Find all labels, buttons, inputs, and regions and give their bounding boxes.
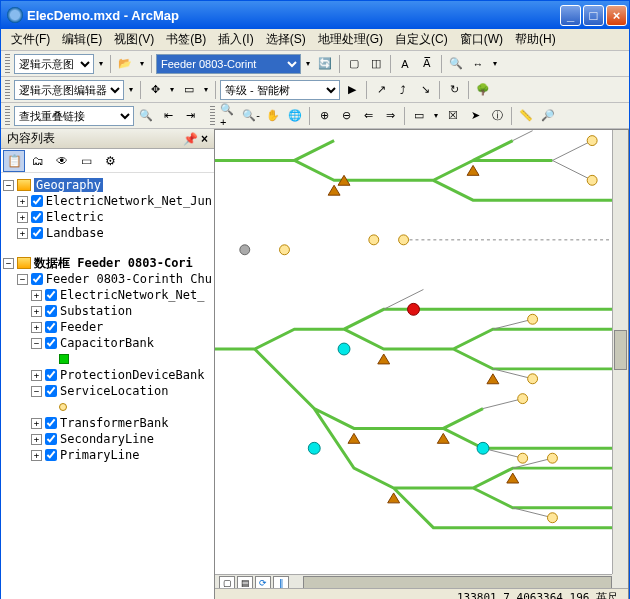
feeder-combo[interactable]: Feeder 0803-Corint: [156, 54, 301, 74]
tree-row[interactable]: +SecondaryLine: [3, 431, 212, 447]
layer-label[interactable]: ProtectionDeviceBank: [60, 368, 205, 382]
tree-row[interactable]: −CapacitorBank: [3, 335, 212, 351]
identify-icon[interactable]: ⓘ: [487, 106, 507, 126]
find-prev-icon[interactable]: ⇤: [158, 106, 178, 126]
layer-label[interactable]: Landbase: [46, 226, 104, 240]
full-extent-icon[interactable]: 🌐: [285, 106, 305, 126]
expand-icon[interactable]: −: [3, 180, 14, 191]
toolbar-grip[interactable]: [5, 80, 10, 100]
layer-checkbox[interactable]: [45, 433, 57, 445]
find-combo[interactable]: 查找重叠链接: [14, 106, 134, 126]
expand-icon[interactable]: +: [17, 212, 28, 223]
layer-label[interactable]: Geography: [34, 178, 103, 192]
zoom-in-icon[interactable]: 🔍+: [219, 106, 239, 126]
layer-label[interactable]: Substation: [60, 304, 132, 318]
dropdown-icon[interactable]: ▾: [126, 80, 136, 100]
move-icon[interactable]: ✥: [145, 80, 165, 100]
close-panel-icon[interactable]: ×: [201, 132, 208, 146]
menu-window[interactable]: 窗口(W): [454, 29, 509, 50]
find-run-icon[interactable]: 🔍: [136, 106, 156, 126]
expand-icon[interactable]: −: [31, 386, 42, 397]
editor-combo[interactable]: 逻辑示意图编辑器: [14, 80, 124, 100]
rotate-icon[interactable]: ↻: [444, 80, 464, 100]
refresh-icon[interactable]: 🔄: [315, 54, 335, 74]
expand-icon[interactable]: +: [31, 418, 42, 429]
dropdown-icon[interactable]: ▾: [490, 54, 500, 74]
options-icon[interactable]: ⚙: [99, 150, 121, 172]
tree-row[interactable]: +PrimaryLine: [3, 447, 212, 463]
expand-icon[interactable]: +: [17, 196, 28, 207]
toolbar-grip[interactable]: [5, 54, 10, 74]
tree-row[interactable]: +TransformerBank: [3, 415, 212, 431]
select-icon[interactable]: ▭: [179, 80, 199, 100]
menu-selection[interactable]: 选择(S): [260, 29, 312, 50]
tree-row[interactable]: +Substation: [3, 303, 212, 319]
tree-row[interactable]: −ServiceLocation: [3, 383, 212, 399]
minimize-button[interactable]: _: [560, 5, 581, 26]
toc-tree[interactable]: −Geography+ElectricNetwork_Net_Jun+Elect…: [1, 173, 214, 599]
level-combo[interactable]: 等级 - 智能树: [220, 80, 340, 100]
find-tool-icon[interactable]: 🔎: [538, 106, 558, 126]
text-small-icon[interactable]: A: [395, 54, 415, 74]
layer-checkbox[interactable]: [45, 289, 57, 301]
menu-view[interactable]: 视图(V): [108, 29, 160, 50]
layer-label[interactable]: ServiceLocation: [60, 384, 168, 398]
layer-checkbox[interactable]: [45, 385, 57, 397]
layer-label[interactable]: ElectricNetwork_Net_: [60, 288, 205, 302]
pan-icon[interactable]: ✋: [263, 106, 283, 126]
layer-checkbox[interactable]: [45, 305, 57, 317]
tree-row[interactable]: [3, 399, 212, 415]
layer-label[interactable]: CapacitorBank: [60, 336, 154, 350]
vertical-scrollbar[interactable]: [612, 130, 628, 574]
measure-icon[interactable]: 📏: [516, 106, 536, 126]
layer-checkbox[interactable]: [45, 337, 57, 349]
layer-label[interactable]: ElectricNetwork_Net_Jun: [46, 194, 212, 208]
map-canvas[interactable]: [215, 130, 612, 574]
layer-checkbox[interactable]: [31, 273, 43, 285]
tree-row[interactable]: +Landbase: [3, 225, 212, 241]
layer-label[interactable]: Feeder 0803-Corinth Chu: [46, 272, 212, 286]
dropdown-icon[interactable]: ▾: [303, 54, 313, 74]
expand-icon[interactable]: +: [31, 322, 42, 333]
layer-checkbox[interactable]: [45, 321, 57, 333]
dropdown-icon[interactable]: ▾: [431, 106, 441, 126]
apply-layout-icon[interactable]: ▶: [342, 80, 362, 100]
schematic-combo[interactable]: 逻辑示意图: [14, 54, 94, 74]
layer-label[interactable]: Electric: [46, 210, 104, 224]
list-by-source-icon[interactable]: 🗂: [27, 150, 49, 172]
list-by-visibility-icon[interactable]: 👁: [51, 150, 73, 172]
toolbar-grip[interactable]: [5, 106, 10, 126]
expand-icon[interactable]: +: [31, 450, 42, 461]
pin-icon[interactable]: 📌: [183, 132, 198, 146]
expand-icon[interactable]: +: [17, 228, 28, 239]
side-by-side-icon[interactable]: ◫: [366, 54, 386, 74]
tool-icon[interactable]: ↗: [371, 80, 391, 100]
tool-icon[interactable]: ⤴: [393, 80, 413, 100]
find-icon[interactable]: 🔍: [446, 54, 466, 74]
layer-checkbox[interactable]: [45, 449, 57, 461]
layer-label[interactable]: PrimaryLine: [60, 448, 139, 462]
tree-row[interactable]: +ElectricNetwork_Net_Jun: [3, 193, 212, 209]
fixed-zoom-in-icon[interactable]: ⊕: [314, 106, 334, 126]
list-by-selection-icon[interactable]: ▭: [75, 150, 97, 172]
clear-selection-icon[interactable]: ☒: [443, 106, 463, 126]
expand-icon[interactable]: +: [31, 306, 42, 317]
layer-label[interactable]: 数据框 Feeder 0803-Cori: [34, 255, 193, 272]
close-button[interactable]: ×: [606, 5, 627, 26]
zoom-out-icon[interactable]: 🔍-: [241, 106, 261, 126]
maximize-button[interactable]: □: [583, 5, 604, 26]
expand-icon[interactable]: +: [31, 434, 42, 445]
tree-row[interactable]: +ElectricNetwork_Net_: [3, 287, 212, 303]
list-by-drawing-icon[interactable]: 📋: [3, 150, 25, 172]
menu-geoprocessing[interactable]: 地理处理(G): [312, 29, 389, 50]
tree-row[interactable]: −Feeder 0803-Corinth Chu: [3, 271, 212, 287]
layer-checkbox[interactable]: [31, 227, 43, 239]
text-large-icon[interactable]: A̅: [417, 54, 437, 74]
layer-checkbox[interactable]: [45, 417, 57, 429]
layer-label[interactable]: TransformerBank: [60, 416, 168, 430]
scroll-thumb[interactable]: [614, 330, 627, 370]
expand-icon[interactable]: +: [31, 290, 42, 301]
tree-row[interactable]: +Feeder: [3, 319, 212, 335]
forward-icon[interactable]: ⇒: [380, 106, 400, 126]
dropdown-icon[interactable]: ▾: [167, 80, 177, 100]
